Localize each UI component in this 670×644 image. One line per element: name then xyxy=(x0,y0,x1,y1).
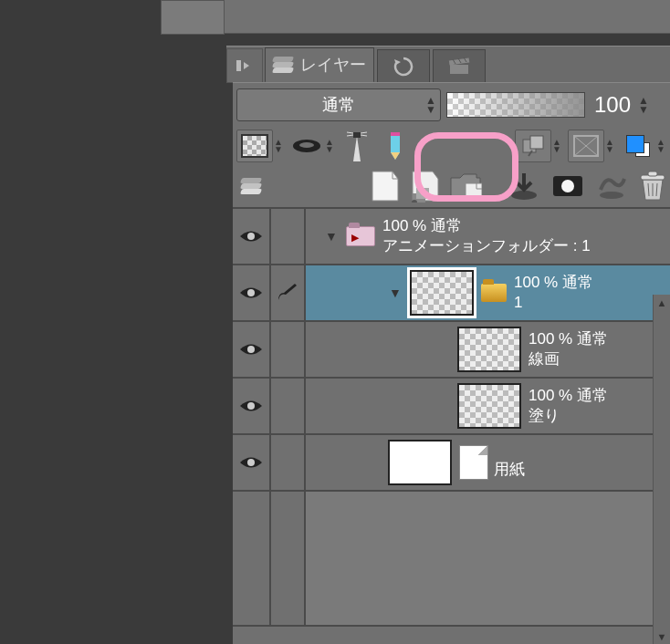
clapboard-icon xyxy=(448,57,470,76)
new-vector-icon xyxy=(409,170,440,203)
layer-row-paper[interactable]: 用紙 xyxy=(233,435,670,492)
transparency-icon xyxy=(241,134,268,158)
opacity-stepper[interactable]: ▲▼ xyxy=(638,96,649,114)
layer-list-empty-area[interactable] xyxy=(233,492,670,627)
svg-rect-11 xyxy=(530,136,543,149)
blend-row: 通常 ▲▼ 100 ▲▼ xyxy=(233,83,670,127)
layer-color-button[interactable] xyxy=(621,130,655,161)
eye-icon xyxy=(238,285,264,301)
layer-thumbnail[interactable] xyxy=(388,440,452,485)
layer-label: 100 % 通常 1 xyxy=(514,273,593,313)
panel-splitter[interactable] xyxy=(161,0,225,35)
tab-history[interactable] xyxy=(377,49,430,83)
layer-thumbnail[interactable] xyxy=(457,327,521,372)
svg-rect-24 xyxy=(648,171,657,176)
apply-mask-button[interactable] xyxy=(597,171,626,201)
edit-target-cell[interactable] xyxy=(271,209,306,264)
edit-target-cell[interactable] xyxy=(271,379,306,433)
svg-rect-18 xyxy=(466,183,482,202)
torus-icon xyxy=(291,133,322,159)
draft-layer-button[interactable] xyxy=(379,130,412,161)
palette-menu-button[interactable] xyxy=(236,178,266,194)
edit-target-cell[interactable] xyxy=(271,435,306,490)
panel-tab-bar: レイヤー xyxy=(226,46,670,83)
svg-rect-9 xyxy=(391,132,400,136)
layer-row-cel1[interactable]: ▼ 100 % 通常 1 xyxy=(233,265,670,322)
tab-autoaction[interactable] xyxy=(433,49,486,83)
edit-target-cell[interactable] xyxy=(271,322,306,377)
prop-stepper-4[interactable]: ▲▼ xyxy=(604,139,615,153)
prop-stepper-3[interactable]: ▲▼ xyxy=(551,139,562,153)
mask-icon xyxy=(551,172,584,200)
svg-point-22 xyxy=(600,192,623,199)
merge-down-icon xyxy=(509,171,539,201)
edit-target-cell[interactable] xyxy=(271,265,306,320)
eye-icon xyxy=(238,228,264,244)
ruler-toggle-button[interactable] xyxy=(568,130,604,162)
transfer-down-button[interactable] xyxy=(509,171,539,201)
trash-icon xyxy=(639,171,666,202)
chevron-down-icon[interactable]: ▼ xyxy=(324,229,339,244)
new-folder-button[interactable] xyxy=(449,171,482,202)
history-icon xyxy=(393,57,414,77)
mask-toggle-button[interactable] xyxy=(289,130,324,161)
layer-list-scrollbar[interactable]: ▲ ▼ xyxy=(653,295,670,644)
blend-mode-stepper[interactable]: ▲▼ xyxy=(425,89,436,120)
prop-stepper-1[interactable]: ▲▼ xyxy=(273,139,284,153)
brush-icon xyxy=(277,284,298,302)
combine-layer-button[interactable] xyxy=(551,172,584,200)
new-folder-icon xyxy=(449,171,482,202)
layer-thumbnail[interactable] xyxy=(457,383,521,429)
svg-rect-8 xyxy=(353,132,361,138)
eye-icon xyxy=(238,398,264,414)
svg-rect-1 xyxy=(450,65,468,74)
left-panel-area xyxy=(0,0,161,644)
panel-menu-button[interactable] xyxy=(226,48,263,83)
svg-rect-16 xyxy=(416,188,429,199)
new-raster-layer-button[interactable] xyxy=(369,170,400,203)
visibility-toggle[interactable] xyxy=(233,322,271,377)
layer-row-line[interactable]: 100 % 通常 線画 xyxy=(233,322,670,379)
opacity-slider[interactable] xyxy=(446,92,585,118)
layers-panel: 通常 ▲▼ 100 ▲▼ ▲▼ ▲▼ ▲▼ xyxy=(233,82,670,644)
layer-row-paint[interactable]: 100 % 通常 塗り xyxy=(233,379,670,435)
layer-list: ▼ ▶ 100 % 通常 アニメーションフォルダー : 1 ▼ 1 xyxy=(233,207,670,627)
layer-label: 用紙 xyxy=(494,460,525,480)
svg-point-29 xyxy=(247,289,255,296)
color-swatch-icon xyxy=(626,135,650,157)
new-page-icon xyxy=(369,170,400,203)
visibility-toggle[interactable] xyxy=(233,265,271,320)
tab-label: レイヤー xyxy=(300,54,366,76)
blend-mode-select[interactable]: 通常 ▲▼ xyxy=(236,88,441,121)
lighthouse-icon xyxy=(345,130,369,161)
svg-point-21 xyxy=(561,180,574,192)
prop-stepper-5[interactable]: ▲▼ xyxy=(655,139,666,153)
tab-layers[interactable]: レイヤー xyxy=(265,47,374,83)
visibility-toggle[interactable] xyxy=(233,435,271,490)
svg-point-30 xyxy=(247,346,255,353)
layer-label: 100 % 通常 塗り xyxy=(529,386,608,426)
layer-action-row xyxy=(233,165,670,207)
layer-thumbnail[interactable] xyxy=(410,270,474,316)
ruler-icon xyxy=(572,134,600,158)
blend-mode-value: 通常 xyxy=(322,94,355,116)
clip-layer-button[interactable] xyxy=(515,130,551,162)
prop-stepper-2[interactable]: ▲▼ xyxy=(324,139,335,153)
chevron-down-icon[interactable]: ▼ xyxy=(388,286,403,300)
eye-icon xyxy=(238,454,264,471)
clip-icon xyxy=(519,134,547,158)
delete-layer-button[interactable] xyxy=(639,171,666,202)
layer-label: 100 % 通常 アニメーションフォルダー : 1 xyxy=(382,216,591,256)
folder-icon xyxy=(481,284,507,302)
new-vector-layer-button[interactable] xyxy=(409,170,440,203)
layer-row-anim-folder[interactable]: ▼ ▶ 100 % 通常 アニメーションフォルダー : 1 xyxy=(233,209,670,265)
scroll-down-button[interactable]: ▼ xyxy=(654,628,670,644)
reference-layer-button[interactable] xyxy=(340,130,373,161)
paper-icon xyxy=(459,445,488,480)
visibility-toggle[interactable] xyxy=(233,379,271,433)
eye-icon xyxy=(238,341,264,358)
visibility-toggle[interactable] xyxy=(233,209,271,264)
layers-icon xyxy=(273,57,293,73)
scroll-up-button[interactable]: ▲ xyxy=(654,295,670,311)
lock-transparency-button[interactable] xyxy=(236,130,273,162)
